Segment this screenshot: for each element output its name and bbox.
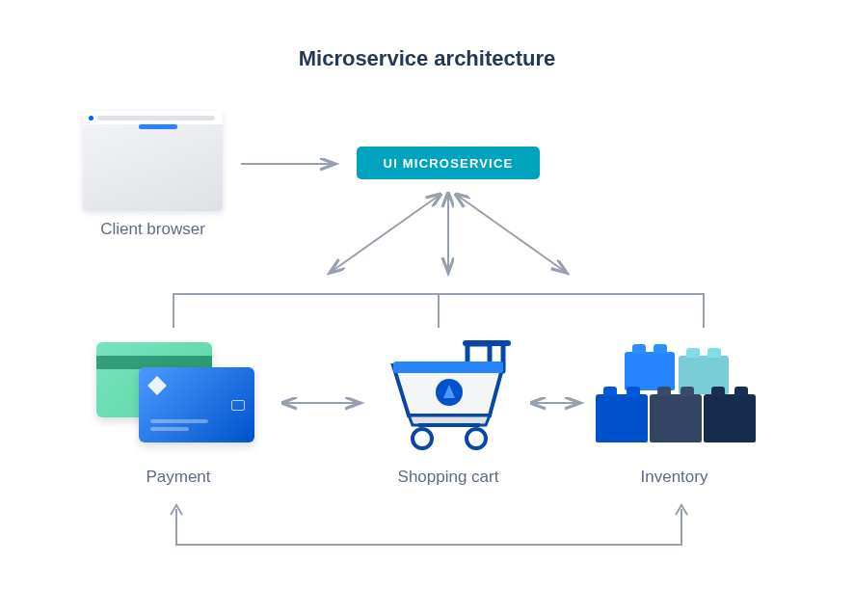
arrow-ui-to-payment xyxy=(318,188,453,284)
svg-line-1 xyxy=(330,196,439,273)
shopping-cart-label: Shopping cart xyxy=(366,468,530,487)
diagram-title: Microservice architecture xyxy=(0,46,854,71)
svg-line-3 xyxy=(458,196,567,273)
inventory-icon xyxy=(590,342,759,448)
svg-rect-6 xyxy=(393,362,503,373)
arrow-cart-inventory xyxy=(528,393,586,413)
ui-microservice-node: UI MICROSERVICE xyxy=(357,147,540,179)
arrow-payment-inventory-bottom xyxy=(169,501,689,554)
client-browser-icon xyxy=(83,111,223,211)
shopping-cart-icon xyxy=(376,333,520,453)
svg-point-9 xyxy=(467,429,486,448)
payment-icon xyxy=(96,342,260,448)
arrow-ui-to-inventory xyxy=(443,188,578,284)
svg-rect-5 xyxy=(463,340,511,346)
inventory-label: Inventory xyxy=(590,468,759,487)
payment-label: Payment xyxy=(96,468,260,487)
client-browser-label: Client browser xyxy=(83,220,223,239)
arrow-payment-cart xyxy=(280,393,366,413)
arrow-client-to-ui xyxy=(239,154,345,174)
svg-point-8 xyxy=(413,429,432,448)
service-bus xyxy=(169,289,708,333)
